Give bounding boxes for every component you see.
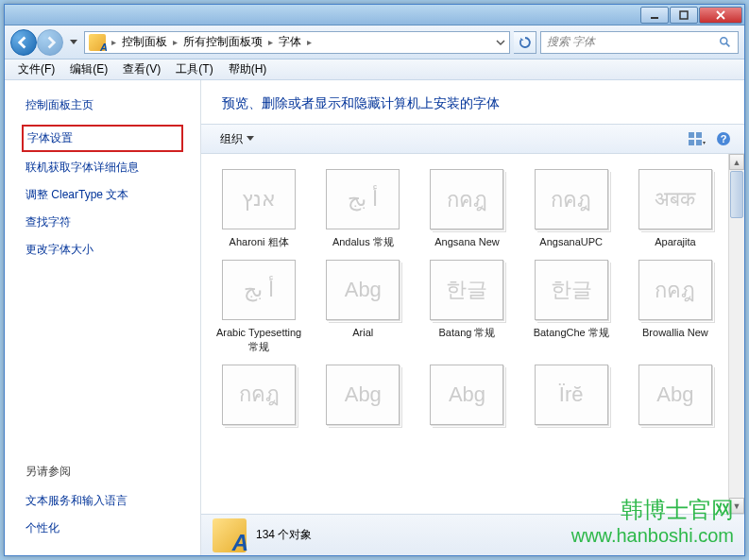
- minimize-button[interactable]: [640, 7, 669, 24]
- menu-tools[interactable]: 工具(T): [168, 59, 220, 79]
- font-label: Andalus 常规: [332, 235, 394, 248]
- font-preview: אנץ: [222, 169, 296, 229]
- chevron-right-icon: ▸: [110, 37, 118, 47]
- menubar: 文件(F) 编辑(E) 查看(V) 工具(T) 帮助(H): [5, 59, 744, 80]
- font-preview: Abg: [638, 365, 712, 425]
- font-item[interactable]: 한글Batang 常规: [417, 256, 517, 357]
- close-button[interactable]: [699, 7, 742, 24]
- titlebar: [5, 5, 744, 25]
- font-item[interactable]: अबकAparajita: [625, 165, 725, 252]
- font-item[interactable]: Abg: [313, 361, 413, 434]
- chevron-down-icon: [247, 136, 254, 142]
- font-preview: กคฎ: [535, 169, 608, 229]
- sidebar-font-settings[interactable]: 字体设置: [22, 125, 183, 152]
- scroll-thumb[interactable]: [730, 171, 743, 218]
- font-preview: 한글: [535, 260, 608, 320]
- font-preview: Abg: [430, 365, 503, 425]
- font-label: Browallia New: [642, 326, 708, 339]
- svg-rect-0: [651, 17, 658, 19]
- svg-rect-4: [696, 132, 702, 138]
- statusbar: 134 个对象: [201, 514, 744, 555]
- breadcrumb-item[interactable]: 控制面板: [118, 34, 171, 50]
- font-preview: Ïrĕ: [535, 365, 608, 425]
- chevron-right-icon: ▸: [266, 37, 275, 47]
- body-area: 控制面板主页 字体设置 联机获取字体详细信息 调整 ClearType 文本 查…: [5, 80, 744, 555]
- address-dropdown-icon[interactable]: [496, 38, 505, 47]
- font-label: BatangChe 常规: [534, 326, 609, 339]
- breadcrumb-item[interactable]: 字体: [275, 34, 305, 50]
- font-item[interactable]: أ بجAndalus 常规: [313, 165, 413, 252]
- page-title: 预览、删除或者显示和隐藏计算机上安装的字体: [201, 80, 744, 124]
- sidebar-online-fonts[interactable]: 联机获取字体详细信息: [5, 154, 200, 181]
- svg-rect-6: [696, 140, 702, 145]
- font-label: Arabic Typesetting 常规: [213, 326, 305, 353]
- font-item[interactable]: אנץAharoni 粗体: [209, 165, 309, 252]
- sidebar-cleartype[interactable]: 调整 ClearType 文本: [5, 181, 200, 209]
- menu-file[interactable]: 文件(F): [10, 59, 62, 79]
- search-icon: [719, 36, 732, 49]
- svg-rect-1: [680, 11, 688, 19]
- font-preview: กคฎ: [430, 169, 503, 229]
- sidebar-personalize[interactable]: 个性化: [26, 515, 179, 542]
- font-preview: 한글: [430, 260, 503, 320]
- font-item[interactable]: Abg: [417, 361, 517, 434]
- chevron-right-icon: ▸: [171, 37, 179, 47]
- vertical-scrollbar[interactable]: ▲ ▼: [728, 154, 744, 514]
- font-item[interactable]: กคฎAngsana New: [417, 165, 517, 252]
- refresh-button[interactable]: [514, 31, 536, 54]
- font-item[interactable]: أ بجArabic Typesetting 常规: [209, 256, 309, 357]
- font-grid-container: אנץAharoni 粗体أ بجAndalus 常规กคฎAngsana Ne…: [201, 154, 744, 514]
- font-label: Aparajita: [655, 235, 695, 248]
- font-preview: أ بج: [222, 260, 296, 320]
- navbar: ▸ 控制面板 ▸ 所有控制面板项 ▸ 字体 ▸ 搜索 字体: [5, 25, 744, 59]
- forward-button[interactable]: [37, 29, 63, 56]
- view-options-button[interactable]: [688, 129, 706, 148]
- fonts-folder-icon: [89, 34, 106, 51]
- font-item[interactable]: กคฎAngsanaUPC: [521, 165, 621, 252]
- toolbar: 组织 ?: [201, 124, 744, 154]
- sidebar-text-services[interactable]: 文本服务和输入语言: [26, 487, 179, 515]
- font-preview: กคฎ: [222, 365, 296, 425]
- font-label: Arial: [352, 326, 373, 339]
- font-item[interactable]: AbgArial: [313, 256, 413, 357]
- font-label: Batang 常规: [439, 326, 496, 339]
- back-button[interactable]: [10, 29, 37, 56]
- font-item[interactable]: กคฎ: [209, 361, 309, 434]
- font-item[interactable]: 한글BatangChe 常规: [521, 256, 621, 357]
- menu-view[interactable]: 查看(V): [115, 59, 168, 79]
- sidebar-font-size[interactable]: 更改字体大小: [5, 236, 200, 263]
- maximize-button[interactable]: [670, 7, 698, 24]
- history-dropdown[interactable]: [67, 33, 80, 52]
- sidebar: 控制面板主页 字体设置 联机获取字体详细信息 调整 ClearType 文本 查…: [5, 80, 201, 555]
- font-grid: אנץAharoni 粗体أ بجAndalus 常规กคฎAngsana Ne…: [201, 154, 744, 446]
- font-preview: Abg: [326, 260, 400, 320]
- address-bar[interactable]: ▸ 控制面板 ▸ 所有控制面板项 ▸ 字体 ▸: [84, 31, 510, 54]
- window: ▸ 控制面板 ▸ 所有控制面板项 ▸ 字体 ▸ 搜索 字体 文件(F) 编辑(E…: [4, 4, 745, 556]
- status-count: 134 个对象: [256, 527, 312, 543]
- font-label: Angsana New: [434, 235, 500, 248]
- menu-help[interactable]: 帮助(H): [221, 59, 275, 79]
- svg-rect-5: [689, 140, 694, 145]
- sidebar-footer: 另请参阅 文本服务和输入语言 个性化: [5, 458, 200, 542]
- chevron-right-icon: ▸: [305, 37, 314, 47]
- search-input[interactable]: 搜索 字体: [540, 31, 739, 54]
- search-placeholder: 搜索 字体: [547, 34, 595, 50]
- scroll-down-button[interactable]: ▼: [729, 498, 744, 514]
- breadcrumb-item[interactable]: 所有控制面板项: [179, 34, 266, 50]
- nav-arrows: [10, 29, 63, 56]
- sidebar-find-char[interactable]: 查找字符: [5, 209, 200, 236]
- fonts-folder-icon: [213, 518, 247, 552]
- font-item[interactable]: Ïrĕ: [521, 361, 621, 434]
- organize-button[interactable]: 组织: [213, 128, 262, 150]
- font-preview: أ بج: [326, 169, 400, 229]
- font-item[interactable]: Abg: [625, 361, 725, 434]
- svg-point-2: [721, 37, 727, 43]
- scroll-up-button[interactable]: ▲: [729, 154, 744, 170]
- svg-rect-3: [689, 132, 694, 138]
- sidebar-home-link[interactable]: 控制面板主页: [5, 93, 200, 123]
- menu-edit[interactable]: 编辑(E): [62, 59, 115, 79]
- font-preview: अबक: [638, 169, 712, 229]
- font-preview: กคฎ: [638, 260, 712, 320]
- help-button[interactable]: ?: [714, 129, 733, 148]
- font-item[interactable]: กคฎBrowallia New: [625, 256, 725, 357]
